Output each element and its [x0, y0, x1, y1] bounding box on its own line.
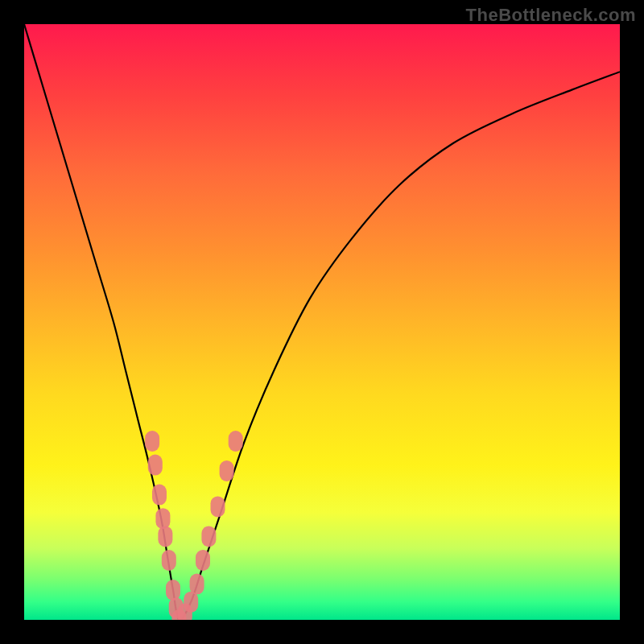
- marker: [148, 455, 163, 476]
- marker: [190, 574, 204, 595]
- marker: [196, 550, 210, 571]
- chart-svg: [24, 24, 620, 620]
- marker: [145, 431, 159, 452]
- marker: [211, 496, 225, 517]
- marker: [184, 592, 198, 613]
- marker: [158, 526, 172, 547]
- bottleneck-curve: [24, 24, 620, 620]
- chart-frame: TheBottleneck.com: [0, 0, 644, 644]
- watermark-label: TheBottleneck.com: [466, 5, 636, 26]
- marker: [155, 508, 170, 529]
- marker: [201, 526, 216, 547]
- marker: [162, 550, 176, 571]
- marker: [152, 485, 167, 506]
- marker: [166, 580, 180, 601]
- plot-area: [24, 24, 620, 620]
- marker: [220, 460, 234, 481]
- highlighted-points: [145, 431, 243, 620]
- marker: [229, 431, 243, 452]
